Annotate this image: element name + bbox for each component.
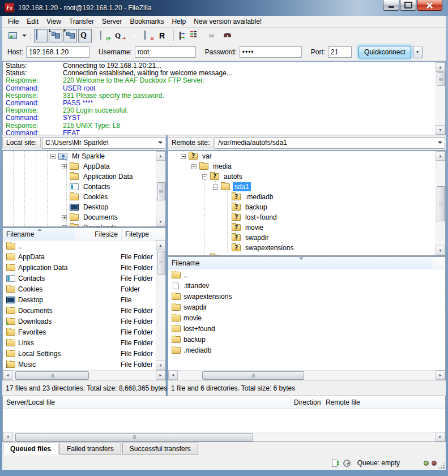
site-manager-dropdown-button[interactable] bbox=[20, 29, 28, 42]
tree-item[interactable]: .mediadb bbox=[168, 192, 445, 202]
scroll-right-arrow[interactable]: ► bbox=[436, 370, 445, 380]
quickconnect-button[interactable]: Quickconnect bbox=[359, 46, 411, 58]
disconnect-button[interactable] bbox=[142, 29, 156, 42]
tree-item-selected[interactable]: sda1 bbox=[168, 182, 445, 192]
scroll-down-arrow[interactable]: ▼ bbox=[436, 246, 445, 255]
scrollbar-thumb[interactable] bbox=[15, 371, 89, 380]
expand-icon[interactable] bbox=[62, 215, 67, 220]
reconnect-button[interactable] bbox=[157, 29, 170, 42]
site-manager-button[interactable] bbox=[6, 29, 19, 42]
file-row[interactable]: ↓DownloadsFile Folder bbox=[3, 316, 165, 327]
collapse-icon[interactable] bbox=[181, 154, 186, 159]
scroll-left-arrow[interactable]: ◄ bbox=[168, 370, 178, 380]
file-row[interactable]: LinksFile Folder bbox=[3, 337, 165, 348]
toggle-local-tree-button[interactable]: L bbox=[49, 29, 62, 42]
tree-item[interactable]: AppData bbox=[3, 161, 165, 171]
scroll-down-arrow[interactable]: ▼ bbox=[436, 125, 445, 135]
toggle-remote-tree-button[interactable]: F bbox=[63, 29, 77, 42]
toggle-queue-button[interactable] bbox=[78, 29, 92, 42]
directory-listing-button[interactable] bbox=[191, 29, 205, 42]
scrollbar-thumb[interactable] bbox=[15, 433, 253, 441]
minimize-button[interactable] bbox=[383, 0, 399, 11]
file-row[interactable]: DesktopFile bbox=[3, 294, 165, 305]
refresh-button[interactable] bbox=[98, 29, 112, 42]
file-row[interactable]: Application DataFile Folder bbox=[3, 262, 165, 273]
tab-queued-files[interactable]: Queued files bbox=[3, 443, 58, 454]
file-row[interactable]: ContactsFile Folder bbox=[3, 273, 165, 284]
file-row[interactable]: backup bbox=[168, 334, 445, 345]
tree-item[interactable]: Mr Sparkle bbox=[3, 151, 165, 161]
tree-item[interactable]: backup bbox=[168, 202, 445, 212]
scroll-left-arrow[interactable]: ◄ bbox=[3, 432, 12, 441]
column-header-filename[interactable]: Filename bbox=[3, 228, 76, 240]
scrollbar-thumb[interactable] bbox=[157, 251, 165, 275]
file-row[interactable]: .. bbox=[3, 241, 165, 251]
remote-site-combo[interactable]: /var/media/autofs/sda1 bbox=[215, 137, 445, 149]
scroll-right-arrow[interactable]: ► bbox=[436, 432, 445, 441]
tree-item[interactable]: Contacts bbox=[3, 182, 165, 192]
collapse-icon[interactable] bbox=[213, 185, 218, 190]
remote-tree-scrollbar[interactable]: ▲ ▼ bbox=[436, 151, 445, 255]
column-header-filename[interactable]: Filename bbox=[168, 257, 434, 269]
close-button[interactable] bbox=[417, 0, 442, 11]
process-queue-button[interactable] bbox=[113, 29, 126, 42]
column-header-remote-file[interactable]: Remote file bbox=[322, 396, 445, 408]
remote-list-hscrollbar[interactable]: ◄ ► bbox=[168, 370, 445, 380]
expand-icon[interactable] bbox=[62, 164, 67, 169]
scroll-up-arrow[interactable]: ▲ bbox=[436, 62, 445, 72]
menu-bookmarks[interactable]: Bookmarks bbox=[126, 16, 168, 27]
tab-successful-transfers[interactable]: Successful transfers bbox=[122, 443, 198, 454]
tree-item[interactable]: var bbox=[168, 151, 445, 161]
tree-item[interactable]: Desktop bbox=[3, 202, 165, 212]
file-row[interactable]: AppDataFile Folder bbox=[3, 251, 165, 262]
scroll-right-arrow[interactable]: ► bbox=[156, 370, 165, 380]
menu-edit[interactable]: Edit bbox=[23, 16, 42, 27]
column-header-direction[interactable]: Direction bbox=[291, 396, 322, 408]
tree-item[interactable]: swapdir bbox=[168, 233, 445, 243]
tree-item[interactable]: lost+found bbox=[168, 212, 445, 222]
file-row[interactable]: swapdir bbox=[168, 302, 445, 312]
tree-item[interactable]: swapextensions bbox=[168, 243, 445, 253]
toggle-message-log-button[interactable] bbox=[34, 29, 48, 42]
speed-limits-icon[interactable] bbox=[343, 460, 351, 467]
file-row[interactable]: movie bbox=[168, 312, 445, 323]
queue-hscrollbar[interactable]: ◄ ► bbox=[3, 432, 445, 441]
port-input[interactable] bbox=[328, 46, 352, 58]
file-row[interactable]: ♪MusicFile Folder bbox=[3, 359, 165, 370]
log-scrollbar[interactable]: ▲ ▼ bbox=[436, 62, 445, 135]
compare-directories-button[interactable]: →→ bbox=[177, 29, 190, 42]
scroll-down-arrow[interactable]: ▼ bbox=[156, 217, 165, 226]
column-header-filesize[interactable]: Filesize bbox=[76, 228, 122, 240]
file-row[interactable]: .titandev bbox=[168, 280, 445, 291]
resize-grip[interactable] bbox=[443, 467, 445, 469]
synchronized-browsing-button[interactable] bbox=[206, 29, 220, 42]
scrollbar-thumb[interactable] bbox=[437, 72, 445, 86]
tab-failed-transfers[interactable]: Failed transfers bbox=[59, 443, 121, 454]
file-row[interactable]: DocumentsFile Folder bbox=[3, 305, 165, 316]
menu-help[interactable]: Help bbox=[168, 16, 190, 27]
menu-file[interactable]: File bbox=[4, 16, 23, 27]
host-input[interactable] bbox=[26, 46, 89, 58]
collapse-icon[interactable] bbox=[50, 154, 56, 159]
scroll-down-arrow[interactable]: ▼ bbox=[156, 361, 165, 370]
local-list-scrollbar[interactable]: ▲ ▼ bbox=[156, 241, 165, 370]
expand-icon[interactable] bbox=[62, 225, 67, 228]
tree-item[interactable]: movie bbox=[168, 222, 445, 233]
tree-item[interactable]: ↓Downloads bbox=[3, 222, 165, 227]
find-files-button[interactable] bbox=[221, 29, 234, 42]
menu-new-version[interactable]: New version available! bbox=[190, 16, 266, 27]
tree-item[interactable]: Application Data bbox=[3, 171, 165, 182]
tree-item[interactable]: Documents bbox=[3, 212, 165, 222]
collapse-icon[interactable] bbox=[202, 174, 207, 179]
menu-server[interactable]: Server bbox=[98, 16, 126, 27]
scroll-left-arrow[interactable]: ◄ bbox=[3, 370, 12, 380]
file-row[interactable]: swapextensions bbox=[168, 291, 445, 302]
scrollbar-thumb[interactable] bbox=[157, 182, 165, 200]
file-row[interactable]: ★FavoritesFile Folder bbox=[3, 327, 165, 337]
local-tree-scrollbar[interactable]: ▲ ▼ bbox=[156, 151, 165, 226]
scroll-up-arrow[interactable]: ▲ bbox=[436, 151, 445, 161]
column-header-server-local-file[interactable]: Server/Local file bbox=[3, 396, 291, 408]
file-row[interactable]: CookiesFolder bbox=[3, 284, 165, 294]
cancel-button[interactable] bbox=[127, 29, 141, 42]
local-site-combo[interactable]: C:\Users\Mr Sparkle\ bbox=[42, 137, 165, 149]
